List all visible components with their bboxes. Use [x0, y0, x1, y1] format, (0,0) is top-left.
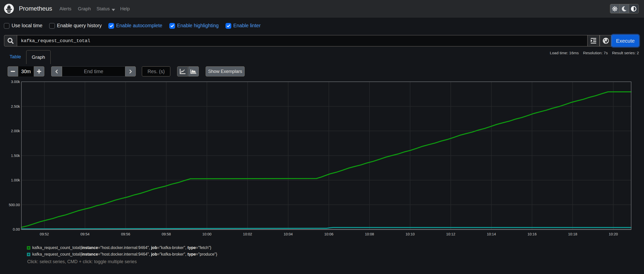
svg-text:10:02: 10:02 [243, 232, 252, 236]
svg-text:10:06: 10:06 [324, 232, 333, 236]
svg-text:10:20: 10:20 [609, 232, 618, 236]
svg-text:500.00: 500.00 [9, 203, 20, 207]
svg-text:2.00k: 2.00k [11, 129, 20, 133]
svg-text:09:54: 09:54 [80, 232, 89, 236]
svg-text:10:08: 10:08 [365, 232, 374, 236]
svg-text:2.50k: 2.50k [11, 104, 20, 108]
svg-text:10:16: 10:16 [527, 232, 536, 236]
svg-text:3.00k: 3.00k [11, 80, 20, 84]
svg-text:09:58: 09:58 [162, 232, 171, 236]
svg-text:10:10: 10:10 [406, 232, 415, 236]
svg-text:09:56: 09:56 [121, 232, 130, 236]
svg-text:09:52: 09:52 [40, 232, 49, 236]
svg-text:0.00: 0.00 [13, 227, 20, 231]
svg-text:10:12: 10:12 [446, 232, 455, 236]
svg-text:1.50k: 1.50k [11, 154, 20, 158]
svg-text:1.00k: 1.00k [11, 178, 20, 182]
svg-text:10:04: 10:04 [284, 232, 293, 236]
svg-text:10:18: 10:18 [568, 232, 577, 236]
svg-text:10:14: 10:14 [487, 232, 496, 236]
svg-text:10:00: 10:00 [202, 232, 211, 236]
